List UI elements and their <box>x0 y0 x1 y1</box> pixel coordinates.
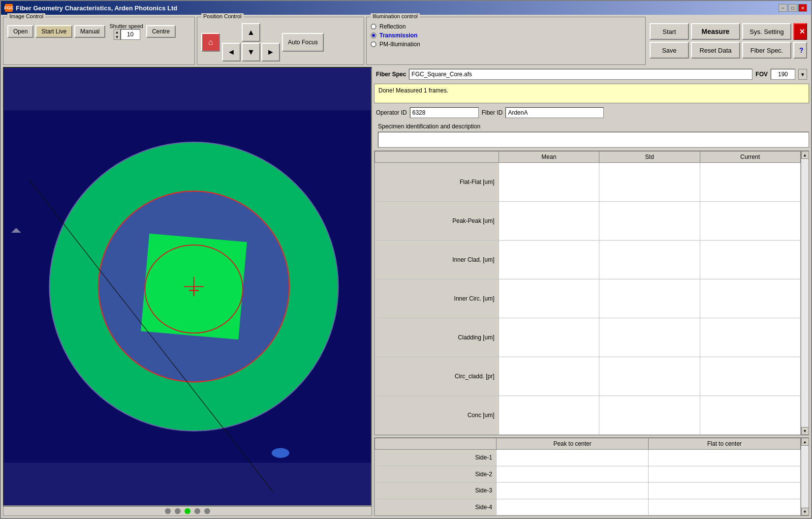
operator-id-label: Operator ID <box>376 109 407 116</box>
bottom-row-peak-1 <box>497 466 649 483</box>
nav-right-button[interactable]: ► <box>261 43 280 61</box>
specimen-input[interactable] <box>378 132 809 148</box>
nav-mid-row: ◄ ▼ ► <box>222 43 280 61</box>
image-bottom-bar <box>3 506 372 516</box>
nav-down-icon: ▼ <box>247 48 255 57</box>
fiber-spec-input[interactable] <box>409 69 752 80</box>
shutter-spinner: ▲ ▼ <box>114 29 140 40</box>
data-row-label-6: Conc [um] <box>375 396 499 435</box>
fiber-image-svg <box>4 68 371 505</box>
maximize-button[interactable]: □ <box>788 4 797 12</box>
nav-up-button[interactable]: ▲ <box>242 23 260 42</box>
operator-id-input[interactable] <box>410 107 479 118</box>
home-button[interactable]: ⌂ <box>201 33 220 52</box>
bottom-table-scrollbar: ▲ ▼ <box>801 438 809 516</box>
data-row-std-4 <box>599 318 700 357</box>
data-row-current-4 <box>700 318 800 357</box>
minimize-button[interactable]: − <box>779 4 787 12</box>
bottom-table-scroll-down[interactable]: ▼ <box>801 508 809 516</box>
data-table-row: Peak-Peak [um] <box>375 202 801 241</box>
data-row-std-2 <box>599 241 700 279</box>
help-button[interactable]: ? <box>793 42 807 59</box>
top-panels: Image Control Open Start Live Manual Shu… <box>3 17 809 65</box>
radio-reflection-circle[interactable] <box>371 24 376 30</box>
radio-reflection-label: Reflection <box>379 23 406 30</box>
bottom-table-scroll-track <box>801 446 809 508</box>
data-table-row: Conc [um] <box>375 396 801 435</box>
title-bar-controls: − □ ✕ <box>779 4 807 12</box>
image-control-buttons: Open Start Live Manual Shutter speed ▲ ▼ <box>7 23 190 40</box>
spinner-up-icon: ▲ <box>115 30 119 34</box>
radio-transmission-circle[interactable] <box>371 32 376 38</box>
radio-transmission[interactable]: Transmission <box>371 32 641 39</box>
fiber-spec-button[interactable]: Fiber Spec. <box>742 42 791 59</box>
bottom-row-flat-1 <box>649 466 801 483</box>
bottom-col-header-flat: Flat to center <box>649 438 801 450</box>
data-row-label-2: Inner Clad. [um] <box>375 241 499 279</box>
nav-dot-4 <box>194 508 200 514</box>
radio-pm-circle[interactable] <box>371 41 376 47</box>
position-control-title: Position Control <box>201 13 244 19</box>
close-window-button[interactable]: ✕ <box>798 4 807 12</box>
col-header-std: Std <box>599 152 700 163</box>
main-window: FGC Fiber Geometry Characteristics, Arde… <box>0 0 812 519</box>
open-button[interactable]: Open <box>7 25 33 38</box>
nav-up-icon: ▲ <box>247 28 255 37</box>
bottom-col-header-label <box>375 438 497 450</box>
reset-data-button[interactable]: Reset Data <box>691 42 740 59</box>
title-bar: FGC Fiber Geometry Characteristics, Arde… <box>1 1 811 15</box>
image-control-title: Image Control <box>7 13 45 19</box>
col-header-current: Current <box>700 152 800 163</box>
bottom-table-scroll-up[interactable]: ▲ <box>801 438 809 446</box>
position-control-panel: Position Control ⌂ ▲ <box>197 17 364 65</box>
image-area <box>3 67 372 516</box>
close-button[interactable]: ✕ <box>793 23 807 40</box>
nav-dot-1 <box>165 508 171 514</box>
fov-input[interactable] <box>771 69 795 80</box>
spinner-down-icon: ▼ <box>115 35 119 39</box>
data-table-row: Inner Clad. [um] <box>375 241 801 279</box>
fiber-spec-row: Fiber Spec FOV ▼ <box>374 67 809 82</box>
radio-pm-illumination[interactable]: PM-Illumination <box>371 41 641 48</box>
bottom-row-peak-2 <box>497 483 649 499</box>
nav-left-button[interactable]: ◄ <box>222 43 241 61</box>
fiber-id-input[interactable] <box>505 107 604 118</box>
start-button[interactable]: Start <box>650 23 689 40</box>
data-table-scrollbar: ▲ ▼ <box>801 151 809 435</box>
bottom-row-peak-0 <box>497 450 649 466</box>
specimen-section: Specimen identification and description <box>374 122 809 149</box>
bottom-col-header-peak: Peak to center <box>497 438 649 450</box>
svg-point-12 <box>272 448 289 458</box>
auto-focus-button[interactable]: Auto Focus <box>282 33 324 52</box>
data-table-row: Cladding [um] <box>375 318 801 357</box>
manual-button[interactable]: Manual <box>74 25 105 38</box>
bottom-row-label-2: Side-3 <box>375 483 497 499</box>
data-row-mean-1 <box>499 202 599 241</box>
bottom-table: Peak to center Flat to center Side-1 Sid… <box>375 438 801 516</box>
illumination-radio-group: Reflection Transmission PM-Illumination <box>371 23 641 48</box>
data-row-mean-3 <box>499 279 599 318</box>
data-row-mean-2 <box>499 241 599 279</box>
sys-setting-button[interactable]: Sys. Setting <box>742 23 791 40</box>
main-content: Image Control Open Start Live Manual Shu… <box>1 15 811 518</box>
data-table-scroll-down[interactable]: ▼ <box>801 427 809 435</box>
shutter-speed-group: Shutter speed ▲ ▼ <box>109 23 144 40</box>
centre-button[interactable]: Centre <box>146 25 176 38</box>
fov-expand-button[interactable]: ▼ <box>798 69 807 80</box>
fov-label: FOV <box>755 71 768 78</box>
radio-reflection[interactable]: Reflection <box>371 23 641 30</box>
start-live-button[interactable]: Start Live <box>35 25 72 38</box>
bottom-row-flat-0 <box>649 450 801 466</box>
image-control-panel: Image Control Open Start Live Manual Shu… <box>3 17 195 65</box>
bottom-table-row: Side-4 <box>375 499 801 516</box>
shutter-spinner-buttons[interactable]: ▲ ▼ <box>114 29 121 40</box>
bottom-table-scroll-wrapper: Peak to center Flat to center Side-1 Sid… <box>375 438 809 516</box>
bottom-row-flat-3 <box>649 499 801 516</box>
save-button[interactable]: Save <box>650 42 689 59</box>
data-table-scroll-up[interactable]: ▲ <box>801 151 809 159</box>
position-control-buttons: ⌂ ▲ ◄ <box>201 23 360 61</box>
nav-down-button[interactable]: ▼ <box>242 43 260 61</box>
measure-button[interactable]: Measure <box>691 23 740 40</box>
shutter-value-input[interactable] <box>121 29 140 40</box>
bottom-row-label-0: Side-1 <box>375 450 497 466</box>
